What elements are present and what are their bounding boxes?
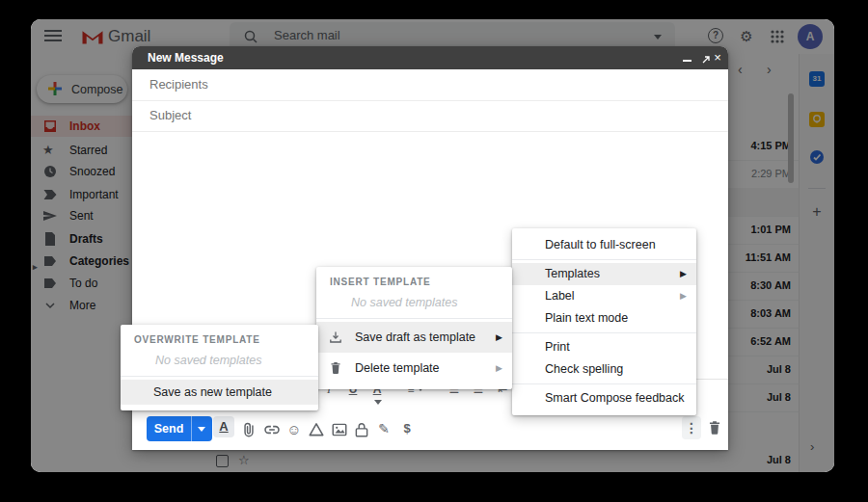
menu-item-save-draft-as-template[interactable]: Save draft as template ▶: [316, 322, 512, 353]
insert-link-icon[interactable]: [263, 421, 281, 438]
submenu-arrow-icon: ▶: [496, 364, 502, 373]
discard-draft-icon[interactable]: [706, 418, 723, 437]
no-saved-templates-text: No saved templates: [121, 348, 318, 373]
save-template-submenu: OVERWRITE TEMPLATE No saved templates Sa…: [121, 325, 318, 410]
compose-header[interactable]: New Message ×: [132, 46, 728, 69]
attach-file-icon[interactable]: [240, 421, 258, 438]
menu-divider: [512, 259, 696, 260]
insert-signature-icon[interactable]: ✎: [375, 421, 393, 438]
menu-divider: [512, 332, 696, 333]
menu-divider: [512, 383, 696, 384]
submenu-arrow-icon: ▶: [680, 292, 687, 301]
recipients-row[interactable]: [132, 69, 728, 101]
menu-item-label[interactable]: Label ▶: [512, 285, 696, 307]
send-options-caret-icon[interactable]: [191, 416, 212, 441]
menu-item-fullscreen[interactable]: Default to full-screen: [512, 234, 696, 256]
menu-item-print[interactable]: Print: [512, 336, 696, 358]
menu-divider: [316, 318, 512, 319]
submenu-arrow-icon: ▶: [496, 333, 502, 342]
menu-item-check-spelling[interactable]: Check spelling: [512, 358, 696, 381]
compose-title: New Message: [148, 51, 224, 65]
gmail-window: Gmail ? ⚙ A Compose: [31, 19, 834, 472]
recipients-field[interactable]: [148, 76, 701, 92]
subject-row[interactable]: [132, 100, 728, 132]
insert-template-header: INSERT TEMPLATE: [316, 275, 512, 290]
close-icon[interactable]: ×: [710, 46, 725, 69]
menu-item-plain-text[interactable]: Plain text mode: [512, 307, 696, 330]
submenu-arrow-icon: ▶: [680, 270, 687, 278]
money-icon[interactable]: $: [398, 421, 416, 438]
no-saved-templates-text: No saved templates: [316, 290, 512, 315]
menu-item-templates[interactable]: Templates ▶: [512, 263, 696, 285]
drive-icon[interactable]: [308, 421, 325, 438]
more-options-icon[interactable]: ⋮: [682, 416, 701, 439]
templates-submenu: INSERT TEMPLATE No saved templates Save …: [316, 267, 512, 389]
overwrite-template-header: OVERWRITE TEMPLATE: [121, 332, 318, 348]
confidential-mode-icon[interactable]: [353, 421, 370, 438]
insert-photo-icon[interactable]: [331, 421, 348, 438]
formatting-options-icon[interactable]: A: [213, 416, 234, 437]
menu-divider: [121, 376, 318, 377]
subject-field[interactable]: [148, 107, 701, 123]
send-button[interactable]: Send: [147, 416, 212, 441]
menu-item-save-as-new-template[interactable]: Save as new template: [121, 380, 318, 405]
save-template-icon: [328, 330, 343, 345]
menu-item-delete-template[interactable]: Delete template ▶: [316, 353, 512, 383]
send-button-label: Send: [147, 422, 191, 436]
insert-emoji-icon[interactable]: ☺: [285, 421, 303, 438]
menu-item-smart-compose-feedback[interactable]: Smart Compose feedback: [512, 387, 696, 410]
compose-options-menu: Default to full-screen Templates ▶ Label…: [512, 228, 696, 415]
trash-icon: [328, 360, 343, 376]
minimize-icon[interactable]: [679, 46, 694, 69]
